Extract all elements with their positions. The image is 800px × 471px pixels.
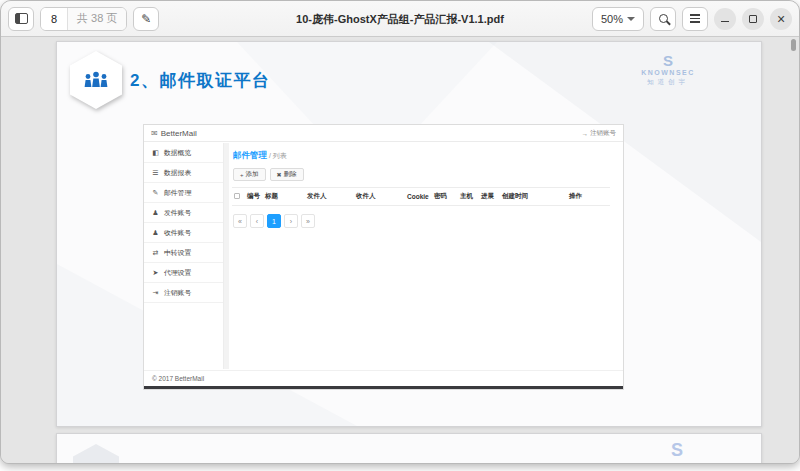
headerbar: 共 38 页 ✎ 10-庞伟-GhostX产品组-产品汇报-V1.1.pdf 5…	[1, 1, 799, 37]
bettermail-name: BetterMail	[161, 129, 197, 138]
hexagon-badge	[70, 51, 122, 109]
annotate-button[interactable]: ✎	[133, 7, 159, 31]
page-total-label: 共 38 页	[67, 8, 126, 30]
bettermail-brand: ✉ BetterMail	[151, 129, 197, 138]
close-icon: ×	[777, 12, 785, 26]
column-header-actions: 操作	[567, 188, 610, 206]
bettermail-screenshot: ✉ BetterMail → 注销账号 ◧ 数据概览	[143, 124, 624, 390]
table-header-row: 编号 标题 发件人 收件人 Cookie 密码 主机 进展 创建时间 操作	[232, 188, 610, 206]
pagination-first[interactable]: «	[233, 214, 247, 228]
hamburger-icon	[690, 14, 700, 23]
delete-button-label: 删除	[284, 170, 297, 179]
maximize-button[interactable]	[742, 8, 764, 30]
pagination-last[interactable]: »	[301, 214, 315, 228]
sidebar-toggle-icon	[15, 13, 28, 24]
logout-link[interactable]: → 注销账号	[582, 129, 617, 138]
sidebar-item-sender-accounts[interactable]: ♟ 发件账号	[144, 203, 223, 223]
sidebar-item-label: 收件账号	[164, 228, 191, 238]
delete-button[interactable]: ✖ 删除	[270, 168, 304, 181]
maximize-icon	[749, 15, 757, 23]
knownsec-logo-text: KNOWNSEC	[632, 69, 704, 76]
logout-label: 注销账号	[590, 129, 616, 138]
page-navigation: 共 38 页	[40, 7, 127, 31]
pagination-prev[interactable]: ‹	[250, 214, 264, 228]
sidebar-item-proxy-settings[interactable]: ➤ 代理设置	[144, 263, 223, 283]
bettermail-footer: © 2017 BetterMail	[144, 370, 623, 386]
column-header-password: 密码	[432, 188, 458, 206]
minimize-button[interactable]	[714, 8, 736, 30]
sidebar-item-relay-settings[interactable]: ⇄ 中转设置	[144, 243, 223, 263]
breadcrumb-separator: /	[269, 152, 271, 159]
knownsec-logo-chinese: 知道创宇	[632, 78, 704, 87]
scrollbar-thumb[interactable]	[791, 39, 796, 51]
add-button[interactable]: + 添加	[233, 168, 266, 181]
document-view[interactable]: 2、邮件取证平台 S KNOWNSEC 知道创宇 ✉ BetterMail → …	[1, 37, 799, 463]
exchange-icon: ⇄	[151, 249, 160, 257]
pen-icon: ✎	[141, 12, 151, 26]
screenshot-bottom-bar	[144, 386, 623, 389]
sidebar-item-label: 数据报表	[164, 168, 191, 178]
users-icon: ♟	[151, 209, 160, 217]
mail-table: 编号 标题 发件人 收件人 Cookie 密码 主机 进展 创建时间 操作	[232, 187, 610, 206]
edit-icon: ✎	[151, 189, 160, 197]
sidebar-item-receiver-accounts[interactable]: ♟ 收件账号	[144, 223, 223, 243]
send-icon: ➤	[151, 269, 160, 277]
people-group-icon	[81, 70, 111, 90]
knownsec-logo-mark: S	[632, 53, 704, 68]
logout-icon: →	[582, 130, 589, 137]
bettermail-sidebar: ◧ 数据概览 ☰ 数据报表 ✎ 邮件管理 ♟ 发	[144, 143, 224, 369]
close-button[interactable]: ×	[770, 8, 792, 30]
bettermail-main: 邮件管理 / 列表 + 添加 ✖ 删除	[229, 143, 623, 369]
signout-icon: ⇥	[151, 289, 160, 297]
report-icon: ☰	[151, 169, 160, 177]
sidebar-item-data-overview[interactable]: ◧ 数据概览	[144, 143, 223, 163]
add-button-label: 添加	[246, 170, 259, 179]
sidebar-item-label: 邮件管理	[164, 188, 191, 198]
breadcrumb-current: 邮件管理	[233, 150, 267, 160]
pdf-viewer-window: 共 38 页 ✎ 10-庞伟-GhostX产品组-产品汇报-V1.1.pdf 5…	[0, 0, 800, 464]
sidebar-item-mail-management[interactable]: ✎ 邮件管理	[144, 183, 223, 203]
trash-icon: ✖	[277, 171, 282, 178]
mail-icon: ✉	[151, 129, 158, 138]
column-header-id: 编号	[245, 188, 263, 206]
sidebar-item-label: 中转设置	[164, 248, 191, 258]
pdf-page-current: 2、邮件取证平台 S KNOWNSEC 知道创宇 ✉ BetterMail → …	[56, 41, 762, 427]
page-number-input[interactable]	[41, 8, 67, 30]
column-header-host: 主机	[458, 188, 479, 206]
mail-toolbar: + 添加 ✖ 删除	[233, 168, 615, 181]
sidebar-item-label: 代理设置	[164, 268, 191, 278]
column-header-recipient: 收件人	[354, 188, 405, 206]
sidebar-item-data-report[interactable]: ☰ 数据报表	[144, 163, 223, 183]
zoom-level-value: 50%	[601, 13, 623, 25]
column-header-sender: 发件人	[305, 188, 354, 206]
bettermail-body: ◧ 数据概览 ☰ 数据报表 ✎ 邮件管理 ♟ 发	[144, 143, 623, 369]
sidebar-item-logout-account[interactable]: ⇥ 注销账号	[144, 283, 223, 303]
select-all-cell	[232, 188, 245, 206]
sidebar-item-label: 发件账号	[164, 208, 191, 218]
zoom-level-button[interactable]: 50%	[592, 7, 644, 31]
breadcrumb-view: 列表	[273, 152, 287, 159]
sidebar-toggle-button[interactable]	[8, 7, 34, 31]
pdf-page-next: S	[56, 433, 762, 464]
sidebar-item-label: 数据概览	[164, 148, 191, 158]
next-page-logo-mark: S	[671, 440, 683, 461]
bettermail-header: ✉ BetterMail → 注销账号	[144, 125, 623, 142]
search-button[interactable]	[650, 7, 676, 31]
pagination-next[interactable]: ›	[284, 214, 298, 228]
sidebar-item-label: 注销账号	[164, 288, 191, 298]
headerbar-right: 50% ×	[592, 7, 792, 31]
headerbar-left: 共 38 页 ✎	[8, 7, 159, 31]
select-all-checkbox[interactable]	[234, 193, 240, 199]
chevron-down-icon	[627, 17, 635, 21]
menu-button[interactable]	[682, 7, 708, 31]
column-header-title: 标题	[263, 188, 305, 206]
pagination-page-1[interactable]: 1	[267, 214, 281, 228]
minimize-icon	[721, 21, 729, 23]
next-page-hexagon	[73, 444, 119, 464]
slide-title: 2、邮件取证平台	[130, 69, 270, 92]
dashboard-icon: ◧	[151, 149, 160, 157]
plus-icon: +	[240, 172, 244, 178]
column-header-cookie: Cookie	[405, 188, 432, 206]
search-icon	[659, 14, 668, 23]
pagination: « ‹ 1 › »	[233, 214, 615, 228]
